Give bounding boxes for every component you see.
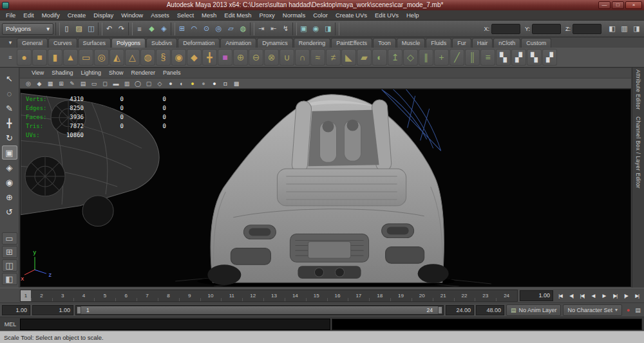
poly-platonic-solid-icon[interactable]: ◆ [187, 49, 202, 66]
camera-attributes-icon[interactable]: ◎ [23, 79, 33, 88]
panel-menu-item[interactable]: View [28, 68, 48, 78]
play-forwards-button[interactable]: ▶ [599, 290, 609, 301]
uv-texture-cube-icon[interactable]: ■ [218, 49, 232, 66]
close-button[interactable]: × [625, 1, 642, 9]
safe-title-icon[interactable]: ▢ [144, 79, 154, 88]
open-scene-icon[interactable]: ▨ [73, 23, 85, 35]
wireframe-display-icon[interactable]: ◇ [155, 79, 165, 88]
tab-attribute-editor[interactable]: Attribute Editor [635, 70, 641, 110]
maximize-button[interactable]: □ [612, 1, 624, 9]
poly-sphere-icon[interactable]: ● [17, 49, 32, 66]
shelf-tab[interactable]: Dynamics [257, 38, 293, 48]
isolate-select-icon[interactable]: ◘ [220, 79, 231, 88]
screen-space-ao-icon[interactable]: ● [209, 79, 220, 88]
shelf-tab[interactable]: General [17, 38, 48, 48]
animation-start-field[interactable]: 1.00 [2, 305, 30, 315]
ipr-render-icon[interactable]: ◉ [310, 23, 322, 35]
menu-item[interactable]: Normals [279, 10, 309, 20]
shelf-tab[interactable]: Fluids [426, 38, 451, 48]
playback-start-field[interactable]: 1.00 [32, 305, 73, 315]
poly-cylinder-icon[interactable]: ▮ [48, 49, 62, 66]
menu-item[interactable]: Display [90, 10, 117, 20]
shelf-tab[interactable]: nCloth [493, 38, 520, 48]
current-frame-marker[interactable]: 1 [21, 290, 31, 301]
shelf-tab[interactable]: Rendering [294, 38, 331, 48]
menu-item[interactable]: Edit Mesh [220, 10, 255, 20]
menu-item[interactable]: Help [402, 10, 423, 20]
animation-end-field[interactable]: 48.00 [476, 305, 504, 315]
new-scene-icon[interactable]: ▯ [61, 23, 73, 35]
select-tool-icon[interactable]: ↖ [2, 71, 17, 86]
input-connections-icon[interactable]: ⇥ [255, 23, 267, 35]
step-back-frame-button[interactable]: ◀| [566, 290, 576, 301]
snap-to-projected-center-icon[interactable]: ◎ [213, 23, 225, 35]
2d-pan-zoom-icon[interactable]: ⊞ [56, 79, 66, 88]
menu-item[interactable]: Edit UVs [371, 10, 402, 20]
shelf-tab[interactable]: Subdivs [146, 38, 177, 48]
viewport-canvas[interactable]: y z x Verts: 4310 0 0 [20, 89, 631, 287]
render-settings-icon[interactable]: ◨ [322, 23, 334, 35]
snap-to-curve-icon[interactable]: ◠ [188, 23, 200, 35]
snap-to-view-plane-icon[interactable]: ▱ [225, 23, 237, 35]
poly-helix-icon[interactable]: § [156, 49, 171, 66]
shelf-editor-icon[interactable]: ≡ [4, 48, 17, 67]
save-scene-icon[interactable]: ◫ [85, 23, 97, 35]
paint-selection-tool-icon[interactable]: ✎ [2, 101, 17, 115]
make-live-icon[interactable]: ◍ [237, 23, 249, 35]
character-set-button[interactable]: No Character Set ▾ [563, 304, 622, 316]
layout-two-pane-icon[interactable]: ◫ [2, 259, 17, 272]
menu-item[interactable]: Create UVs [332, 10, 371, 20]
field-chart-icon[interactable]: ▥ [122, 79, 132, 88]
triangulate-icon[interactable]: ◣ [341, 49, 356, 66]
shelf-tab[interactable]: Custom [521, 38, 551, 48]
go-to-start-button[interactable]: |◀ [555, 290, 565, 301]
range-bar[interactable]: 1 24 [81, 306, 438, 314]
poly-torus-icon[interactable]: ◎ [94, 49, 109, 66]
panel-menu-item[interactable]: Shading [48, 68, 77, 78]
menu-item[interactable]: Create [64, 10, 90, 20]
menu-item[interactable]: File [2, 10, 19, 20]
show-channel-box-icon[interactable]: ◨ [631, 23, 642, 35]
construction-history-icon[interactable]: ↯ [279, 23, 292, 35]
select-by-object-icon[interactable]: ◆ [146, 23, 158, 35]
menu-item[interactable]: Modify [38, 10, 64, 20]
x-input[interactable] [491, 24, 520, 34]
menu-item[interactable]: Color [309, 10, 332, 20]
move-tool-icon[interactable]: ╋ [2, 116, 17, 130]
snap-to-grid-icon[interactable]: ⊞ [176, 23, 188, 35]
panel-menu-item[interactable]: Show [105, 68, 128, 78]
bridge-icon[interactable]: ∥ [419, 49, 433, 66]
animation-preferences-icon[interactable]: ▤ [634, 305, 642, 315]
shelf-tab[interactable]: PaintEffects [331, 38, 372, 48]
poly-pyramid-icon[interactable]: △ [125, 49, 140, 66]
menu-item[interactable]: Mesh [198, 10, 220, 20]
shaded-display-icon[interactable]: ● [166, 79, 176, 88]
universal-manipulator-icon[interactable]: ◈ [2, 160, 17, 174]
scale-tool-icon[interactable]: ▣ [2, 145, 17, 160]
z-input[interactable] [573, 24, 601, 34]
shelf-tab[interactable]: Deformation [178, 38, 220, 48]
bookmark-icon[interactable]: ◆ [34, 79, 44, 88]
use-all-lights-icon[interactable]: ● [187, 79, 198, 88]
poly-soccer-ball-icon[interactable]: ◉ [171, 49, 186, 66]
soft-modification-tool-icon[interactable]: ◉ [2, 175, 17, 189]
panel-menu-item[interactable]: Panels [159, 68, 185, 78]
menu-item[interactable]: Assets [147, 10, 173, 20]
car-model[interactable] [207, 95, 448, 285]
snap-to-point-icon[interactable]: ⊙ [200, 23, 213, 35]
extract-icon[interactable]: ⊗ [264, 49, 279, 66]
redo-icon[interactable]: ↷ [115, 23, 128, 35]
safe-action-icon[interactable]: ◯ [133, 79, 143, 88]
layout-single-pane-icon[interactable]: ▭ [2, 232, 17, 245]
append-polygon-icon[interactable]: + [434, 49, 449, 66]
shelf-tab[interactable]: Surfaces [78, 38, 111, 48]
checker-map-icon[interactable]: ▚ [496, 49, 511, 66]
checker-map-icon[interactable]: ▞ [542, 49, 557, 66]
smooth-icon[interactable]: ≈ [310, 49, 325, 66]
command-language-toggle[interactable]: MEL [2, 321, 19, 328]
mirror-geometry-icon[interactable]: ◐ [372, 49, 387, 66]
sculpt-geometry-icon[interactable]: ╋ [202, 49, 217, 66]
show-attribute-editor-icon[interactable]: ◧ [607, 23, 618, 35]
boolean-difference-icon[interactable]: ∩ [295, 49, 310, 66]
menu-item[interactable]: Proxy [256, 10, 279, 20]
